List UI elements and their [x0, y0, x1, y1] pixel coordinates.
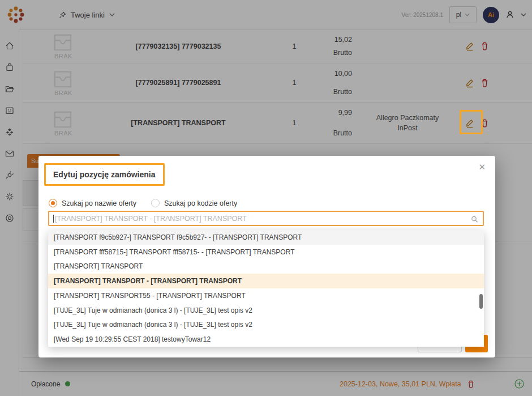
payment-status-label: Opłacone [31, 380, 60, 388]
delete-item-button[interactable] [480, 78, 490, 88]
offer-suggestions-list: [TRANSPORT f9c5b927-] TRANSPORT f9c5b927… [48, 230, 484, 347]
edit-item-button[interactable] [465, 41, 474, 51]
product-name: [TRANSPORT] TRANSPORT [85, 119, 272, 127]
your-links-menu[interactable]: Twoje linki [59, 0, 115, 29]
offer-search-box [48, 211, 484, 226]
order-items-table: BRAK [7779032135] 7779032135 1 15,02 Bru… [23, 29, 532, 144]
background-tab-label: Su [31, 157, 38, 164]
list-item[interactable]: [TUJE_3L] Tuje w odmianach (donica 3 l) … [48, 318, 484, 333]
no-image-label: BRAK [54, 130, 72, 137]
price-value: 9,99 [338, 109, 352, 117]
product-name: [7779025891] 7779025891 [85, 79, 272, 87]
home-icon[interactable] [5, 41, 15, 51]
no-image-label: BRAK [54, 90, 72, 96]
version-label: Ver: 20251208.1 [402, 12, 443, 18]
no-image-label: BRAK [54, 53, 72, 59]
pencil-icon [465, 118, 474, 128]
sidebar [0, 29, 19, 396]
mail-icon[interactable] [5, 148, 15, 159]
trash-icon [480, 41, 489, 51]
folder-open-icon[interactable] [5, 84, 15, 94]
table-row: BRAK [TRANSPORT] TRANSPORT 1 9,99 Brutto… [23, 103, 532, 144]
product-image-cell: BRAK [23, 70, 85, 96]
price-cell: 10,00 Brutto [317, 63, 357, 102]
payment-entry-link[interactable]: 2025-12-03, Nowe, 35,01 PLN, Wpłata [340, 380, 461, 388]
trash-icon [480, 118, 489, 128]
edit-item-button[interactable] [465, 118, 474, 128]
trash-icon [480, 78, 489, 88]
list-item[interactable]: [Wed Sep 19 10:29:55 CEST 2018] testowyT… [48, 332, 484, 347]
radio-label: Szukaj po nazwie oferty [62, 199, 136, 207]
user-icon[interactable] [505, 10, 514, 19]
list-item[interactable]: [TRANSPORT fff58715-] TRANSPORT fff58715… [48, 245, 484, 259]
chevron-down-icon [465, 13, 470, 16]
price-type: Brutto [333, 129, 352, 137]
quantity-value: 1 [272, 79, 317, 87]
offer-search-input[interactable] [54, 212, 483, 225]
no-image-icon [50, 33, 76, 52]
search-icon [471, 215, 478, 223]
chevron-down-icon[interactable] [521, 13, 526, 16]
pencil-icon [465, 78, 474, 88]
close-icon[interactable]: ✕ [478, 163, 486, 171]
bag-icon[interactable] [5, 62, 15, 73]
list-item[interactable]: [TRANSPORT] TRANSPORT55 - [TRANSPORT] TR… [48, 288, 484, 303]
price-value: 15,02 [334, 36, 352, 44]
quantity-value: 1 [272, 42, 317, 50]
product-name: [7779032135] 7779032135 [85, 42, 272, 50]
search-mode-radios: Szukaj po nazwie oferty Szukaj po kodzie… [49, 199, 237, 207]
radio-unselected-icon [151, 199, 160, 207]
your-links-label: Twoje linki [71, 11, 105, 19]
list-item[interactable]: [TUJE_3L] Tuje w odmianach (donica 3 l) … [48, 303, 484, 318]
price-type: Brutto [333, 88, 352, 96]
table-row: BRAK [7779025891] 7779025891 1 10,00 Bru… [23, 63, 532, 103]
shipping-method: Allegro Paczkomaty InPost [372, 113, 443, 133]
app-logo-icon [5, 4, 27, 25]
list-item[interactable]: [TRANSPORT] TRANSPORT [48, 259, 484, 274]
price-value: 10,00 [334, 70, 352, 78]
quantity-value: 1 [272, 119, 317, 127]
price-type: Brutto [333, 49, 352, 57]
language-select[interactable]: pl [449, 6, 477, 23]
edit-item-button[interactable] [465, 78, 474, 88]
globe-icon[interactable] [5, 213, 15, 223]
product-image-cell: BRAK [23, 110, 85, 137]
payment-entry: 2025-12-03, Nowe, 35,01 PLN, Wpłata [340, 372, 475, 396]
pin-icon [59, 11, 66, 19]
pencil-icon [465, 41, 474, 51]
id-card-icon[interactable] [5, 105, 15, 116]
chevron-down-icon [109, 13, 115, 16]
delete-item-button[interactable] [480, 41, 490, 51]
radio-search-by-name[interactable]: Szukaj po nazwie oferty [49, 199, 136, 207]
price-cell: 15,02 Brutto [317, 29, 357, 63]
no-image-icon [50, 70, 76, 89]
table-row: BRAK [7779032135] 7779032135 1 15,02 Bru… [23, 29, 532, 63]
modal-title-highlight: Edytuj pozycję zamówienia [44, 163, 165, 186]
modal-title: Edytuj pozycję zamówienia [53, 170, 156, 179]
avatar[interactable]: Ai [483, 7, 499, 23]
add-payment-icon[interactable] [514, 379, 524, 389]
status-dot-icon [65, 381, 70, 386]
edit-order-item-modal: Edytuj pozycję zamówienia ✕ Szukaj po na… [38, 156, 495, 357]
product-image-cell: BRAK [23, 33, 85, 59]
delete-item-button[interactable] [480, 118, 490, 128]
no-image-icon [50, 110, 76, 129]
avatar-text: Ai [488, 11, 494, 18]
price-cell: 9,99 Brutto [317, 103, 357, 143]
radio-selected-icon [49, 199, 57, 207]
language-value: pl [456, 11, 461, 19]
list-item-selected[interactable]: [TRANSPORT] TRANSPORT - [TRANSPORT] TRAN… [48, 274, 484, 288]
radio-label: Szukaj po kodzie oferty [164, 199, 237, 207]
list-item[interactable]: [TRANSPORT f9c5b927-] TRANSPORT f9c5b927… [48, 230, 484, 245]
community-icon[interactable] [5, 127, 15, 137]
top-bar: Twoje linki Ver: 20251208.1 pl Ai [0, 0, 532, 30]
trash-icon[interactable] [467, 380, 475, 389]
payment-status: Opłacone [31, 372, 70, 396]
scrollbar-thumb[interactable] [479, 294, 483, 309]
plug-icon[interactable] [5, 170, 15, 180]
radio-search-by-code[interactable]: Szukaj po kodzie oferty [151, 199, 237, 207]
order-footer-bar: Opłacone 2025-12-03, Nowe, 35,01 PLN, Wp… [19, 371, 532, 396]
gear-icon[interactable] [5, 191, 15, 202]
